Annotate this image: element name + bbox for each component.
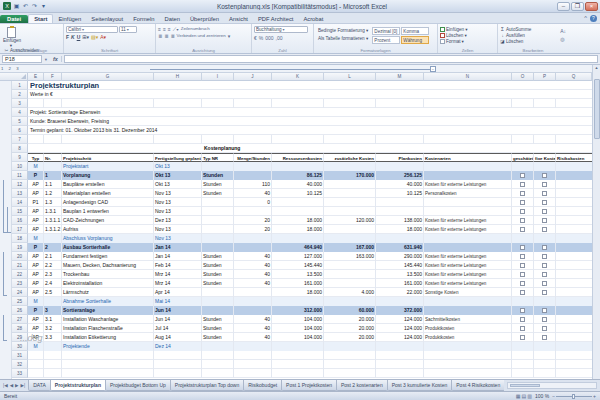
align-middle-icon[interactable]: ≡: [163, 26, 166, 33]
fixed-cost-checkbox[interactable]: [542, 191, 547, 196]
cell[interactable]: 1.3.1.1: [44, 216, 62, 225]
cell[interactable]: AP: [28, 216, 44, 225]
cell[interactable]: [202, 243, 234, 252]
cell[interactable]: [534, 306, 556, 315]
redo-icon[interactable]: ↷: [31, 3, 38, 10]
row-header[interactable]: 28: [12, 324, 28, 333]
ribbon-tab-überprüfen[interactable]: Überprüfen: [185, 15, 224, 23]
cell[interactable]: Produktkosten: [424, 333, 512, 342]
cell[interactable]: [556, 333, 592, 342]
cell[interactable]: [534, 315, 556, 324]
cell[interactable]: [272, 342, 324, 351]
cell[interactable]: Stunden: [202, 171, 234, 180]
cell[interactable]: [154, 369, 202, 378]
cell[interactable]: Installation Flaschenstraße: [62, 324, 154, 333]
cell[interactable]: [424, 342, 512, 351]
cell[interactable]: Stunden: [202, 261, 234, 270]
cell[interactable]: Baupläne erstellen: [62, 180, 154, 189]
cell[interactable]: [534, 99, 556, 108]
cell[interactable]: [202, 99, 234, 108]
row-header[interactable]: 12: [12, 180, 28, 189]
column-header-L[interactable]: L: [324, 73, 376, 81]
cell[interactable]: [512, 360, 534, 369]
cell[interactable]: [424, 171, 512, 180]
cell[interactable]: [534, 171, 556, 180]
cell[interactable]: 161.000: [376, 279, 424, 288]
font-name-select[interactable]: Calibri▾: [66, 26, 118, 33]
estimated-checkbox[interactable]: [520, 290, 525, 295]
cell[interactable]: 2.3: [44, 270, 62, 279]
scrollbar-thumb[interactable]: [594, 79, 600, 139]
cell[interactable]: [534, 369, 556, 378]
cell[interactable]: [534, 324, 556, 333]
cell[interactable]: [376, 297, 424, 306]
estimated-checkbox[interactable]: [520, 227, 525, 232]
cell[interactable]: Kosten für externe Leistungen: [424, 180, 512, 189]
cell[interactable]: [512, 189, 534, 198]
row-header[interactable]: 2: [12, 90, 28, 99]
insert-cells-button[interactable]: Einfügen ▾: [440, 27, 495, 32]
format-as-table-button[interactable]: Als Tabelle formatieren ▾: [316, 35, 370, 42]
row-header[interactable]: 7: [12, 135, 28, 144]
cell[interactable]: [234, 99, 272, 108]
cell[interactable]: [512, 369, 534, 378]
cell[interactable]: Nov 13: [154, 198, 202, 207]
cell[interactable]: [512, 216, 534, 225]
cell[interactable]: [556, 315, 592, 324]
estimated-checkbox[interactable]: [520, 218, 525, 223]
cell[interactable]: Mrz 14: [154, 270, 202, 279]
cell[interactable]: 13.500: [272, 270, 324, 279]
cell-style-dezimal-0-[interactable]: Dezimal [0]: [372, 27, 400, 35]
percent-format-icon[interactable]: %: [259, 35, 263, 41]
cell[interactable]: [62, 369, 154, 378]
sheet-tab-risikobudget[interactable]: Risikobudget: [243, 380, 282, 391]
column-header-M[interactable]: M: [376, 73, 424, 81]
cell-style-prozent[interactable]: Prozent: [372, 36, 400, 44]
row-header[interactable]: 4: [12, 108, 28, 117]
estimated-checkbox[interactable]: [520, 191, 525, 196]
align-center-icon[interactable]: ≣: [164, 33, 168, 39]
cell[interactable]: Ressourcenkosten: [272, 153, 324, 162]
sheet-tab-post-3-kumulierte-kosten[interactable]: Post 3 kumulierte Kosten: [387, 380, 453, 391]
cell[interactable]: 145.440: [376, 261, 424, 270]
ribbon-tab-seitenlayout[interactable]: Seitenlayout: [86, 15, 128, 23]
cell[interactable]: [424, 99, 512, 108]
fixed-cost-checkbox[interactable]: [542, 326, 547, 331]
row-header[interactable]: 14: [12, 198, 28, 207]
cell[interactable]: 13.500: [376, 270, 424, 279]
row-header[interactable]: 10: [12, 162, 28, 171]
cell[interactable]: 40: [234, 189, 272, 198]
row-header[interactable]: 31: [12, 351, 28, 360]
cell[interactable]: [202, 198, 234, 207]
cell[interactable]: [556, 180, 592, 189]
bold-button[interactable]: F: [66, 34, 69, 40]
save-icon[interactable]: ▣: [13, 3, 20, 10]
cell[interactable]: [512, 135, 534, 144]
cell[interactable]: [376, 351, 424, 360]
estimated-checkbox[interactable]: [520, 308, 525, 313]
cell-style-w-hrung[interactable]: Währung: [401, 36, 429, 44]
cell[interactable]: [234, 171, 272, 180]
cell[interactable]: [202, 135, 234, 144]
cell[interactable]: [202, 297, 234, 306]
cell[interactable]: [234, 234, 272, 243]
zoom-out-icon[interactable]: −: [552, 393, 555, 399]
cell[interactable]: Stunden: [202, 270, 234, 279]
cell[interactable]: Projektende: [62, 342, 154, 351]
cell[interactable]: [28, 369, 44, 378]
cell[interactable]: [324, 207, 376, 216]
cell[interactable]: AP: [28, 333, 44, 342]
cell[interactable]: Stunden: [202, 189, 234, 198]
cell[interactable]: [512, 333, 534, 342]
collapse-group-button[interactable]: −: [430, 66, 436, 72]
cell[interactable]: 124.000: [376, 333, 424, 342]
comma-format-icon[interactable]: 000: [265, 35, 273, 41]
cell[interactable]: [556, 189, 592, 198]
cell[interactable]: AP: [28, 207, 44, 216]
cell[interactable]: [202, 369, 234, 378]
align-bottom-icon[interactable]: ≡: [168, 26, 171, 33]
cell[interactable]: 104.000: [272, 324, 324, 333]
cell[interactable]: [424, 369, 512, 378]
cell[interactable]: [44, 342, 62, 351]
row-header[interactable]: 18: [12, 234, 28, 243]
